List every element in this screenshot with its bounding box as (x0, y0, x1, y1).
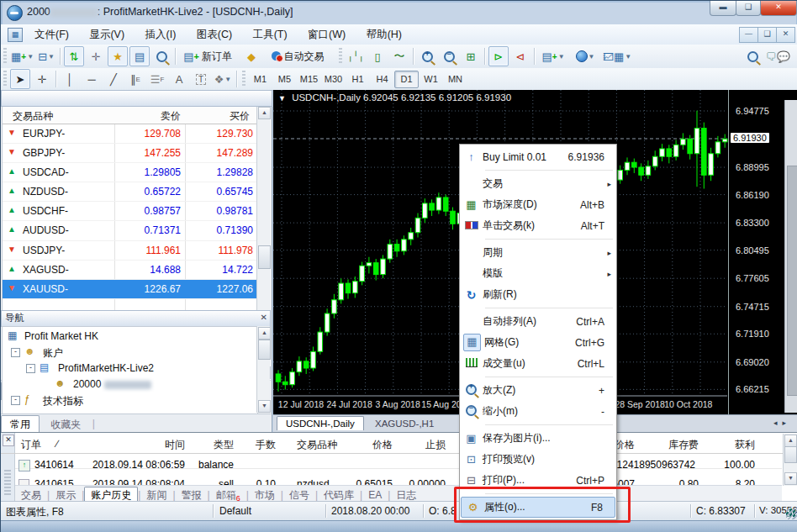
menu-item-自动排列-a-[interactable]: 自动排列(A)Ctrl+A (460, 311, 616, 332)
market-watch-row[interactable]: ▼GBPJPY-147.255147.289 (3, 144, 257, 163)
tree-expander-icon[interactable]: - (11, 396, 20, 405)
restore-button[interactable]: ❑ (736, 1, 761, 16)
menu-help[interactable]: 帮助(H) (358, 24, 410, 45)
chart-tab-arrows[interactable]: ◂▸ (773, 419, 791, 427)
text-tool-button[interactable]: A (169, 69, 189, 89)
scroll-down-icon[interactable]: ▼ (258, 400, 271, 413)
indicators-button[interactable]: ▤+▼ (538, 46, 568, 66)
menu-tools[interactable]: 工具(T) (245, 24, 296, 45)
menu-item-buy-limit-0-01[interactable]: ↑Buy Limit 0.016.91936 (460, 146, 616, 167)
menu-item-网格-g-[interactable]: ▦网格(G)Ctrl+G (460, 332, 616, 353)
timeframe-h1-button[interactable]: H1 (346, 71, 370, 88)
col-ask[interactable]: 买价 (186, 109, 250, 124)
navigator-close-icon[interactable]: ✕ (261, 313, 267, 323)
menu-charts[interactable]: 图表(C) (188, 24, 240, 45)
autotrading-button[interactable]: 自动交易 (263, 46, 335, 66)
menu-item-刷新-r-[interactable]: ↻刷新(R) (460, 284, 616, 305)
fibonacci-tool-button[interactable]: ☰F (147, 69, 167, 89)
market-watch-row[interactable]: ▲USDCAD-1.298051.29828 (3, 163, 257, 182)
scroll-up-icon[interactable]: ▲ (784, 435, 797, 447)
new-chart-button[interactable]: ▦+▼ (10, 46, 34, 66)
scroll-thumb[interactable] (787, 166, 797, 396)
profiles-button[interactable]: ⊟▼ (36, 46, 56, 66)
templates-button[interactable]: 🗠︎▦▼ (602, 46, 632, 66)
menu-item-模版[interactable]: 模版▸ (460, 263, 616, 284)
market-watch-row[interactable]: ▲NZDUSD-0.657220.65745 (3, 182, 257, 202)
menu-insert[interactable]: 插入(I) (137, 24, 185, 45)
menu-item-保存为图片-i----[interactable]: ▣保存为图片(i)... (460, 428, 616, 449)
menu-item-放大-z-[interactable]: +放大(Z)+ (460, 380, 616, 401)
menu-item-缩小-m-[interactable]: −缩小(m)- (460, 401, 616, 422)
tree-expander-icon[interactable]: - (11, 348, 20, 357)
data-window-button[interactable]: ✛ (86, 46, 106, 66)
chart-tab-xagusd[interactable]: XAGUSD-,H1 (367, 417, 442, 430)
crosshair-tool-button[interactable]: ✛ (32, 69, 52, 89)
tab-common[interactable]: 常用 (1, 415, 40, 434)
menu-item-成交量-u-[interactable]: 成交量(u)Ctrl+L (460, 353, 616, 374)
child-restore-button[interactable]: ❑ (757, 27, 777, 43)
channel-tool-button[interactable]: ∥E (125, 69, 145, 89)
scroll-thumb[interactable] (258, 340, 271, 360)
chart-tab-usdcnh[interactable]: USDCNH-,Daily (277, 416, 364, 430)
child-minimize-button[interactable]: — (739, 27, 758, 43)
trendline-tool-button[interactable]: ╱ (103, 69, 124, 89)
timeframe-m30-button[interactable]: M30 (321, 71, 346, 88)
scroll-down-icon[interactable]: ▼ (784, 472, 797, 485)
timeframe-m5-button[interactable]: M5 (272, 71, 297, 88)
menu-item-打印预览-v-[interactable]: ⊡打印预览(v) (460, 449, 616, 470)
horizontal-line-tool-button[interactable]: ─ (82, 69, 102, 89)
vertical-line-tool-button[interactable]: │ (60, 69, 80, 89)
market-watch-toggle-button[interactable]: ⇅ (64, 46, 84, 66)
terminal-tab-EA[interactable]: EA (362, 488, 388, 502)
timeframe-d1-button[interactable]: D1 (394, 71, 419, 88)
strategy-tester-button[interactable] (151, 46, 172, 66)
tab-favorites[interactable]: 收藏夹 (42, 416, 89, 434)
zoom-in-button[interactable]: + (417, 46, 437, 66)
market-watch-row[interactable]: ▼XAUUSD-1226.671227.06 (3, 280, 257, 299)
chart-scrollbar[interactable] (784, 100, 797, 413)
timeframe-h4-button[interactable]: H4 (370, 71, 394, 88)
terminal-toggle-button[interactable]: ▤ (129, 46, 150, 66)
navigator-item[interactable]: -☻账户 (3, 345, 255, 361)
line-chart-button[interactable]: 〜 (389, 46, 409, 66)
timeframe-mn-button[interactable]: MN (443, 71, 467, 88)
menu-view[interactable]: 显示(V) (81, 24, 133, 45)
navigator-item[interactable]: -ƒ技术指标 (3, 392, 255, 408)
scroll-thumb[interactable] (258, 245, 271, 269)
candlestick-chart-button[interactable]: ▯ (367, 46, 388, 66)
timeframe-m15-button[interactable]: M15 (297, 71, 321, 88)
market-watch-row[interactable]: ▲XAGUSD-14.68814.722 (3, 261, 257, 280)
menu-item-周期[interactable]: 周期▸ (460, 242, 616, 263)
timeframe-w1-button[interactable]: W1 (419, 71, 443, 88)
tile-windows-button[interactable]: ⊞ (461, 46, 481, 66)
menu-item-单击交易-k-[interactable]: 单击交易(k)Alt+T (460, 215, 616, 236)
market-watch-row[interactable]: ▲AUDUSD-0.713710.71390 (3, 221, 257, 240)
scroll-thumb[interactable] (784, 446, 797, 463)
scroll-up-icon[interactable]: ▲ (258, 327, 271, 340)
terminal-scrollbar[interactable]: ▲ ▼ (783, 434, 797, 486)
navigator-item[interactable]: ☻20000 (3, 377, 255, 392)
shapes-tool-button[interactable]: ❖▼ (213, 69, 233, 89)
col-symbol[interactable]: 交易品种 (13, 109, 53, 124)
timeframe-m1-button[interactable]: M1 (248, 71, 272, 88)
menu-window[interactable]: 窗口(W) (299, 24, 354, 45)
chart-shift-button[interactable]: ⊲ (510, 46, 530, 66)
navigator-item[interactable]: ▦Profit Market HK (3, 329, 255, 345)
auto-scroll-button[interactable]: ⊳ (488, 46, 509, 66)
close-button[interactable]: ✕ (760, 1, 797, 16)
status-profile[interactable]: Default (219, 505, 251, 517)
navigator-scrollbar[interactable]: ▲ ▼ (256, 326, 270, 413)
menu-item-交易[interactable]: 交易▸ (460, 173, 616, 194)
resize-grip[interactable] (786, 508, 797, 519)
menu-item-市场深度-d-[interactable]: ▦市场深度(D)Alt+B (460, 194, 616, 215)
minimize-button[interactable]: ▬ (710, 1, 736, 16)
chat-button[interactable]: 🗨︎💬 (765, 46, 791, 66)
navigator-item[interactable]: -▤ProfitMarketHK-Live2 (3, 361, 255, 377)
menu-file[interactable]: 文件(F) (26, 24, 77, 45)
market-watch-row[interactable]: ▼EURJPY-129.708129.730 (3, 124, 257, 144)
cursor-tool-button[interactable]: ➤ (10, 69, 30, 89)
periods-button[interactable]: ▼ (570, 46, 600, 66)
market-watch-row[interactable]: ▲USDCHF-0.987570.98781 (3, 202, 257, 221)
search-button[interactable] (743, 46, 763, 66)
navigator-toggle-button[interactable]: ★ (108, 46, 128, 66)
